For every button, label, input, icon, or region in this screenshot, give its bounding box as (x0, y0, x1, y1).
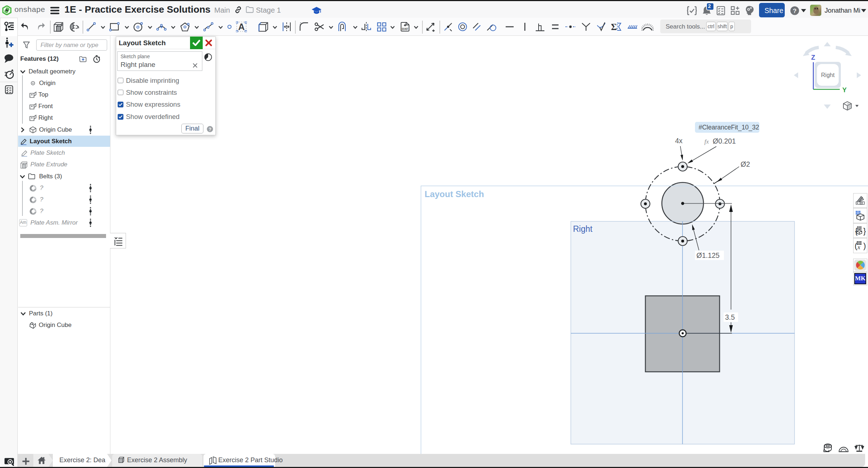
svg-text:): ) (863, 241, 866, 250)
svg-text:fx: fx (704, 138, 709, 145)
svg-text:x: x (857, 244, 860, 251)
svg-text:Y: Y (842, 86, 847, 94)
svg-text:3.5: 3.5 (725, 313, 735, 321)
svg-text:4x: 4x (675, 137, 683, 145)
svg-text:Ø1.125: Ø1.125 (696, 251, 720, 259)
svg-text:Z: Z (811, 54, 815, 61)
svg-text:Right: Right (821, 72, 835, 78)
svg-text:}: } (863, 226, 866, 235)
svg-text:Ø2: Ø2 (741, 160, 750, 168)
svg-text:#ClearanceFit_10_32: #ClearanceFit_10_32 (699, 124, 759, 131)
svg-text:Right: Right (573, 224, 593, 234)
svg-text:Layout Sketch: Layout Sketch (425, 189, 484, 199)
svg-text:Ø0.201: Ø0.201 (713, 137, 736, 145)
